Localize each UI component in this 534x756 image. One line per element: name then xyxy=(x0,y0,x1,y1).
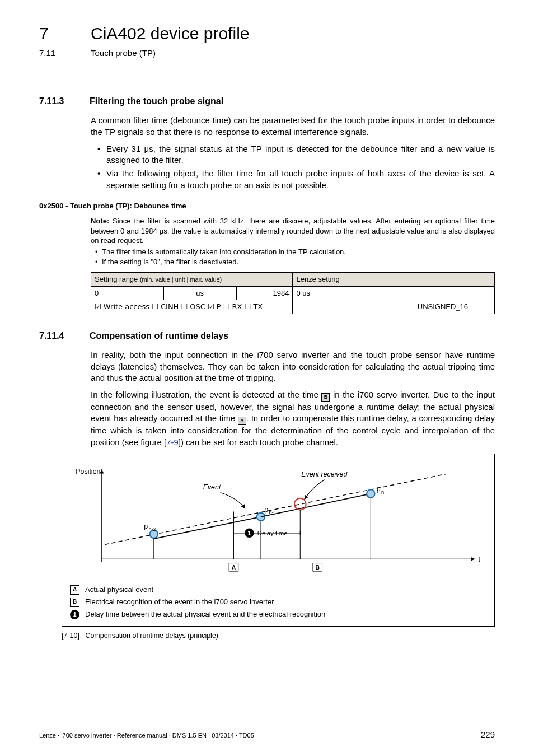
legend-marker-b: B xyxy=(70,598,79,607)
table-cell-unit: us xyxy=(163,286,236,300)
note-label: Note: xyxy=(91,217,109,225)
paragraph: A common filter time (debounce time) can… xyxy=(91,115,495,138)
runtime-delay-diagram: Position t p n-2 p n-1 p n Event xyxy=(70,460,486,577)
marker-1-label: 1 xyxy=(247,530,251,536)
legend-marker-a: A xyxy=(70,585,79,595)
figure-box: Position t p n-2 p n-1 p n Event xyxy=(62,454,495,627)
footer-text: Lenze · i700 servo inverter · Reference … xyxy=(39,731,254,740)
figure-caption: [7-10] Compensation of runtime delays (p… xyxy=(62,631,495,641)
marker-b-axis: B xyxy=(316,564,320,571)
subchapter-title: Touch probe (TP) xyxy=(91,48,156,59)
table-cell-flags: ☑ Write access ☐ CINH ☐ OSC ☑ P ☐ RX ☐ T… xyxy=(91,300,293,314)
axis-label-t: t xyxy=(479,556,481,563)
marker-a-axis: A xyxy=(232,564,236,571)
paragraph: In the following illustration, the event… xyxy=(91,389,495,448)
note-paragraph: Note: Since the filter is scanned with 3… xyxy=(91,216,495,246)
legend-text: Actual physical event xyxy=(85,584,153,596)
delay-time-label: Delay time xyxy=(257,530,288,536)
page-number: 229 xyxy=(481,729,495,740)
section-number: 7.11.4 xyxy=(39,330,72,342)
note-text: Since the filter is scanned with 32 kHz,… xyxy=(91,217,495,245)
table-header: Setting range (min. value | unit | max. … xyxy=(91,273,293,287)
section-title: Compensation of runtime delays xyxy=(90,330,228,342)
table-cell-type: UNSIGNED_16 xyxy=(414,300,494,314)
object-heading: 0x2500 - Touch probe (TP): Debounce time xyxy=(39,201,495,211)
figure-caption-number: [7-10] xyxy=(62,632,79,640)
figure-legend: A Actual physical event B Electrical rec… xyxy=(70,584,486,620)
note-list-item: If the setting is "0", the filter is dea… xyxy=(96,257,495,267)
list-item: Via the following object, the filter tim… xyxy=(100,168,495,191)
table-cell-min: 0 xyxy=(91,286,164,300)
chapter-number: 7 xyxy=(39,22,64,45)
paragraph: In reality, both the input connection in… xyxy=(91,349,495,384)
figure-link[interactable]: [7-9] xyxy=(164,437,181,447)
note-list-item: The filter time is automatically taken i… xyxy=(96,247,495,257)
parameter-table: Setting range (min. value | unit | max. … xyxy=(91,272,495,314)
marker-b-inline: B xyxy=(321,393,330,402)
header-main: Setting range xyxy=(95,275,140,283)
event-received-label: Event received xyxy=(301,470,348,478)
list-item: Every 31 μs, the signal status at the TP… xyxy=(100,143,495,166)
legend-text: Delay time between the actual physical e… xyxy=(85,608,325,620)
legend-text: Electrical recognition of the event in t… xyxy=(85,596,274,608)
divider xyxy=(39,76,495,76)
table-cell-empty xyxy=(293,300,414,314)
section-title: Filtering the touch probe signal xyxy=(90,95,223,108)
chapter-title: CiA402 device profile xyxy=(91,22,250,45)
section-number: 7.11.3 xyxy=(39,95,72,108)
table-cell-default: 0 us xyxy=(293,286,495,300)
table-header: Lenze setting xyxy=(293,273,495,287)
text-span: ) can be set for each touch probe channe… xyxy=(181,437,338,447)
legend-marker-1: 1 xyxy=(70,610,79,619)
subchapter-number: 7.11 xyxy=(39,48,64,59)
figure-caption-text: Compensation of runtime delays (principl… xyxy=(85,632,218,640)
point-label-pn2: p xyxy=(144,522,148,530)
marker-a-inline: A xyxy=(238,417,246,425)
point-label-pn-sub: n xyxy=(381,489,384,494)
event-label: Event xyxy=(203,483,221,491)
point-label-pn2-sub: n-2 xyxy=(149,526,156,532)
header-sub: (min. value | unit | max. value) xyxy=(140,276,222,283)
table-cell-max: 1984 xyxy=(236,286,293,300)
svg-line-8 xyxy=(261,493,371,516)
svg-point-6 xyxy=(257,513,265,521)
axis-label-position: Position xyxy=(76,468,100,475)
svg-line-5 xyxy=(154,517,261,539)
point-label-pn1: p xyxy=(264,505,268,513)
point-label-pn: p xyxy=(377,485,381,493)
text-span: In the following illustration, the event… xyxy=(91,390,321,399)
svg-point-9 xyxy=(367,489,374,497)
